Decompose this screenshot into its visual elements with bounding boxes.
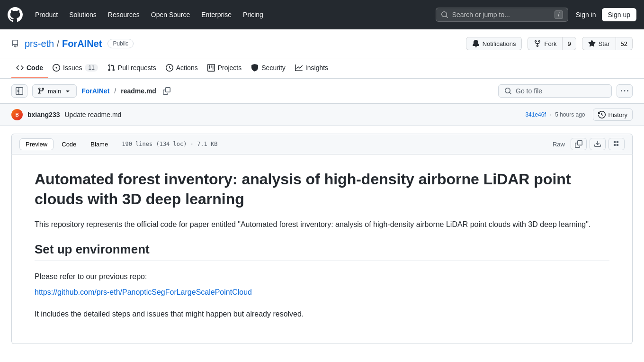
search-text: Search or jump to... [452,11,551,18]
tab-insights-label: Insights [305,64,328,72]
commit-message: Update readme.md [64,111,121,118]
search-shortcut: / [555,10,563,19]
nav-resources[interactable]: Resources [103,7,144,22]
commit-meta: 341e46f · 5 hours ago History [525,109,633,121]
fork-button[interactable]: Fork [528,37,562,50]
nav-enterprise[interactable]: Enterprise [197,7,236,22]
sidebar-icon [16,87,23,95]
star-label: Star [599,40,610,47]
preview-tab[interactable]: Preview [19,138,54,150]
raw-button[interactable]: Raw [550,139,568,150]
sign-in-button[interactable]: Sign in [576,11,596,18]
repo-name-link[interactable]: ForAINet [62,38,102,49]
issues-badge: 11 [85,64,98,72]
notifications-button[interactable]: Notifications [466,37,522,50]
fork-icon [534,40,541,47]
outline-icon [613,140,620,148]
nav-pricing[interactable]: Pricing [238,7,268,22]
readme-repo-link[interactable]: https://github.com/prs-eth/PanopticSegFo… [35,288,252,296]
star-count-button[interactable]: 52 [616,37,633,50]
nav-product[interactable]: Product [30,7,63,22]
commit-separator: · [550,111,551,118]
tab-security[interactable]: Security [246,58,290,78]
code-tab[interactable]: Code [55,138,82,150]
github-logo-icon [8,7,23,22]
readme-repo-link-para: https://github.com/prs-eth/PanopticSegFo… [35,288,609,297]
tab-pull-requests[interactable]: Pull requests [103,58,161,78]
search-icon-small [504,87,512,95]
projects-icon [207,64,215,72]
readme-intro: This repository represents the official … [35,218,609,231]
readme-title: Automated forest inventory: analysis of … [35,170,609,209]
code-file-header: Preview Code Blame 190 lines (134 loc) ·… [11,134,633,154]
top-nav-items: Product Solutions Resources Open Source … [30,7,428,22]
commit-author[interactable]: bxiang233 [27,111,60,118]
commit-hash-link[interactable]: 341e46f [525,111,546,118]
goto-file-bar[interactable]: Go to file [498,84,612,98]
branch-icon [37,87,45,95]
tab-issues[interactable]: Issues 11 [48,58,103,78]
repo-icon [11,40,19,47]
tab-projects[interactable]: Projects [203,58,247,78]
copy-icon [163,87,170,95]
search-bar[interactable]: Search or jump to... / [436,8,568,22]
actions-icon [166,64,173,72]
tab-actions[interactable]: Actions [161,58,203,78]
tab-code-label: Code [27,64,43,72]
fork-label: Fork [544,40,556,47]
star-button[interactable]: Star [582,37,616,50]
sign-up-button[interactable]: Sign up [602,8,636,21]
more-options-button[interactable] [617,84,633,98]
repo-header: prs-eth / ForAINet Public Notifications … [0,29,644,58]
current-filename: readme.md [121,87,156,95]
outline-button[interactable] [608,138,625,150]
fork-group: Fork 9 [528,37,576,50]
tab-security-label: Security [261,64,286,72]
commit-time: 5 hours ago [555,111,585,118]
readme-setup-text: Please refer to our previous repo: [35,271,609,283]
star-icon [588,40,596,47]
readme-content: Automated forest inventory: analysis of … [11,154,633,344]
path-separator: / [114,87,116,95]
more-icon [621,87,628,95]
commit-bar: B bxiang233 Update readme.md 341e46f · 5… [0,103,644,126]
notifications-label: Notifications [483,40,516,47]
tab-actions-label: Actions [176,64,198,72]
download-button[interactable] [590,138,606,150]
nav-open-source[interactable]: Open Source [146,7,195,22]
tab-insights[interactable]: Insights [290,58,333,78]
fork-count-button[interactable]: 9 [562,37,576,50]
sidebar-toggle-button[interactable] [11,84,27,98]
copy-raw-icon [575,140,582,148]
tab-nav: Code Issues 11 Pull requests Actions Pro… [0,58,644,79]
copy-path-button[interactable] [161,85,172,97]
avatar: B [11,109,23,120]
code-view-tabs: Preview Code Blame [19,138,114,150]
branch-selector[interactable]: main [32,84,77,98]
blame-tab[interactable]: Blame [84,138,114,150]
nav-solutions[interactable]: Solutions [64,7,101,22]
tab-code[interactable]: Code [11,58,48,78]
repo-breadcrumb-link[interactable]: ForAINet [81,87,109,95]
top-nav: Product Solutions Resources Open Source … [0,0,644,29]
code-actions: Raw [550,138,625,150]
readme-detail-text: It includes the detailed steps and issue… [35,308,609,320]
file-path-bar: main ForAINet / readme.md Go to file [0,79,644,103]
history-icon [598,111,606,118]
search-icon [441,11,448,18]
pr-icon [107,64,115,72]
repo-actions: Notifications Fork 9 Star 52 [466,37,633,50]
repo-path: prs-eth / ForAINet [25,38,102,49]
tab-issues-label: Issues [63,64,82,72]
history-button[interactable]: History [593,109,633,121]
goto-file-label: Go to file [516,87,542,95]
tab-projects-label: Projects [218,64,242,72]
bell-icon [472,40,480,47]
issues-icon [53,64,60,72]
star-group: Star 52 [582,37,633,50]
copy-raw-button[interactable] [571,138,587,150]
repo-owner-link[interactable]: prs-eth [25,38,54,49]
download-icon [594,140,601,148]
security-icon [251,64,259,72]
github-logo[interactable] [8,7,23,22]
